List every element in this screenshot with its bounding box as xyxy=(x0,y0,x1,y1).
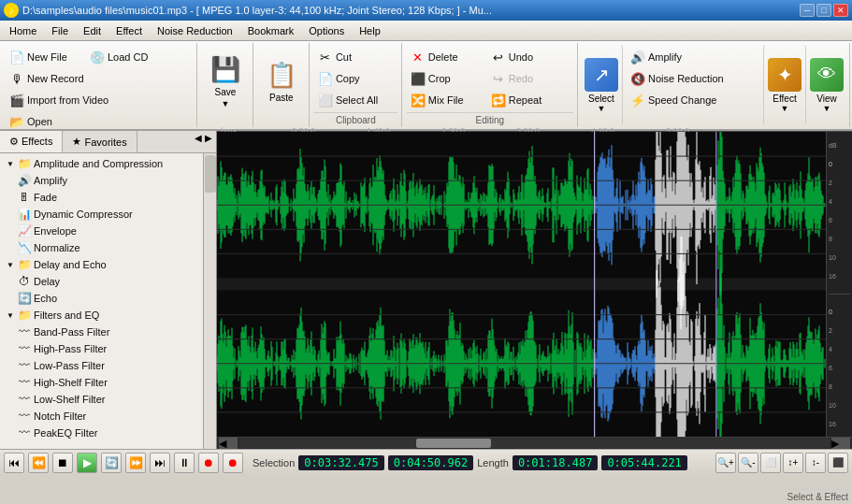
ribbon-group-editing: ✕ Delete ↩ Undo ⬛ Crop ↪ Redo 🔀 Mix File… xyxy=(403,43,578,127)
transport-record[interactable]: ⏺ xyxy=(198,453,219,473)
transport-loop[interactable]: 🔄 xyxy=(101,453,122,473)
menu-bookmark[interactable]: Bookmark xyxy=(240,23,302,38)
transport-skip-start[interactable]: ⏮ xyxy=(4,453,24,473)
maximize-button[interactable]: □ xyxy=(816,4,831,17)
zoom-in-v[interactable]: ↕+ xyxy=(783,453,803,473)
new-record-button[interactable]: 🎙 New Record xyxy=(6,68,88,89)
redo-button[interactable]: ↪ Redo xyxy=(487,68,567,89)
tree-item-filters-eq-group[interactable]: ▼ 📁 Filters and EQ xyxy=(0,307,203,324)
tree-item-dynamic-compressor[interactable]: 📊 Dynamic Compressor xyxy=(0,206,203,223)
transport-record2[interactable]: ⏺ xyxy=(223,453,243,473)
db-label-4b: 4 xyxy=(829,346,850,353)
menu-edit[interactable]: Edit xyxy=(76,23,108,38)
menu-file[interactable]: File xyxy=(44,23,76,38)
zoom-fit-v[interactable]: ⬛ xyxy=(828,453,848,473)
effect-icon: ✦ xyxy=(768,58,801,92)
scrollbar-track[interactable] xyxy=(239,439,830,448)
zoom-fit[interactable]: ⬜ xyxy=(760,453,781,473)
filters-eq-folder-icon: 📁 xyxy=(17,308,32,323)
tree-scrollbar[interactable] xyxy=(203,153,216,449)
echo-tree-icon: 🔄 xyxy=(17,291,32,306)
undo-button[interactable]: ↩ Undo xyxy=(487,47,567,67)
zoom-out-v[interactable]: ↕- xyxy=(805,453,826,473)
tree-item-normalize[interactable]: 📉 Normalize xyxy=(0,239,203,256)
open-button[interactable]: 📂 Open xyxy=(6,111,85,132)
tree-item-echo[interactable]: 🔄 Echo xyxy=(0,290,203,307)
tree-item-fade[interactable]: 🎚 Fade xyxy=(0,189,203,206)
db-label-6b: 6 xyxy=(829,365,850,371)
minimize-button[interactable]: ─ xyxy=(800,4,815,17)
tree-item-amplify[interactable]: 🔊 Amplify xyxy=(0,172,203,189)
menu-home[interactable]: Home xyxy=(2,23,44,38)
view-label: View xyxy=(816,94,837,104)
delete-icon: ✕ xyxy=(411,50,426,65)
tree-item-low-pass[interactable]: 〰 Low-Pass Filter xyxy=(0,357,203,374)
menu-options[interactable]: Options xyxy=(301,23,352,38)
effect-label: Effect xyxy=(773,94,796,104)
menu-help[interactable]: Help xyxy=(352,23,388,38)
transport-play[interactable]: ▶ xyxy=(77,453,97,473)
transport-rewind[interactable]: ⏪ xyxy=(28,453,49,473)
save-button[interactable]: 💾 Save ▼ xyxy=(204,45,247,118)
scroll-left-btn[interactable]: ◀ xyxy=(219,438,238,449)
import-video-button[interactable]: 🎬 Import from Video xyxy=(6,90,112,110)
tab-favorites[interactable]: ★ Favorites xyxy=(63,131,137,152)
main-content: ⚙ Effects ★ Favorites ◀ ▶ ▼ 📁 Amplitude … xyxy=(0,131,852,449)
transport-forward[interactable]: ⏩ xyxy=(125,453,146,473)
selection-start-value: 0:03:32.475 xyxy=(298,455,383,470)
band-pass-icon: 〰 xyxy=(17,324,32,339)
view-large-button[interactable]: 👁 View ▼ xyxy=(806,45,847,125)
tree-item-notch[interactable]: 〰 Notch Filter xyxy=(0,408,203,425)
folder-icon: 📁 xyxy=(17,156,32,171)
new-file-button[interactable]: 📄 New File xyxy=(6,47,85,67)
transport-stop[interactable]: ⏹ xyxy=(52,453,73,473)
transport-pause[interactable]: ⏸ xyxy=(174,453,195,473)
tree-item-envelope[interactable]: 📈 Envelope xyxy=(0,223,203,239)
save-icon: 💾 xyxy=(210,55,240,85)
tab-effects[interactable]: ⚙ Effects xyxy=(0,131,63,152)
amplify-button[interactable]: 🔊 Amplify xyxy=(627,47,759,67)
delete-button[interactable]: ✕ Delete xyxy=(407,47,486,67)
window-controls: ─ □ ✕ xyxy=(800,4,848,17)
tree-item-high-shelf[interactable]: 〰 High-Shelf Filter xyxy=(0,374,203,391)
mix-file-button[interactable]: 🔀 Mix File xyxy=(407,90,486,110)
tree-item-delay-echo-group[interactable]: ▼ 📁 Delay and Echo xyxy=(0,256,203,273)
h-scrollbar[interactable]: ◀ ▶ xyxy=(217,437,852,449)
panel-nav-arrow[interactable]: ◀ ▶ xyxy=(191,131,216,152)
new-file-label: New File xyxy=(27,51,67,63)
ribbon-group-paste: 📋 Paste xyxy=(254,43,310,127)
tree-item-amplitude-group[interactable]: ▼ 📁 Amplitude and Compression xyxy=(0,155,203,172)
close-button[interactable]: ✕ xyxy=(833,4,848,17)
repeat-button[interactable]: 🔁 Repeat xyxy=(487,90,567,110)
db-label-0b: 0 xyxy=(829,309,850,315)
tree-item-peakeq[interactable]: 〰 PeakEQ Filter xyxy=(0,425,203,441)
tree-item-high-pass[interactable]: 〰 High-Pass Filter xyxy=(0,340,203,357)
db-label-8: 8 xyxy=(829,236,850,242)
select-all-button[interactable]: ⬜ Select All xyxy=(314,90,394,110)
waveform-canvas-area: dB 0 2 4 6 8 10 16 0 2 4 6 8 10 16 xyxy=(217,132,852,437)
tree-item-band-pass[interactable]: 〰 Band-Pass Filter xyxy=(0,324,203,340)
waveform-canvas[interactable] xyxy=(217,132,826,437)
cut-button[interactable]: ✂ Cut xyxy=(314,47,394,67)
open-label: Open xyxy=(27,116,52,127)
menu-effect[interactable]: Effect xyxy=(108,23,150,38)
copy-button[interactable]: 📄 Copy xyxy=(314,68,394,89)
zoom-in-h[interactable]: 🔍+ xyxy=(715,453,736,473)
select-large-button[interactable]: ↗ Select ▼ xyxy=(581,45,623,125)
speed-change-button[interactable]: ⚡ Speed Change xyxy=(627,90,759,110)
menu-noise-reduction[interactable]: Noise Reduction xyxy=(150,23,240,38)
paste-button[interactable]: 📋 Paste xyxy=(260,45,303,118)
ribbon-group-save: 💾 Save ▼ xyxy=(198,43,253,127)
crop-button[interactable]: ⬛ Crop xyxy=(407,68,486,89)
panel-tabs: ⚙ Effects ★ Favorites ◀ ▶ xyxy=(0,131,216,153)
tree-item-delay[interactable]: ⏱ Delay xyxy=(0,273,203,290)
undo-icon: ↩ xyxy=(491,50,506,65)
scroll-right-btn[interactable]: ▶ xyxy=(831,438,850,449)
select-label: Select xyxy=(588,94,614,104)
zoom-out-h[interactable]: 🔍- xyxy=(738,453,758,473)
tree-item-low-shelf[interactable]: 〰 Low-Shelf Filter xyxy=(0,391,203,408)
load-cd-button[interactable]: 💿 Load CD xyxy=(86,47,166,67)
noise-reduction-button[interactable]: 🔇 Noise Reduction xyxy=(627,68,759,89)
transport-skip-end[interactable]: ⏭ xyxy=(150,453,170,473)
effect-large-button[interactable]: ✦ Effect ▼ xyxy=(763,45,806,125)
